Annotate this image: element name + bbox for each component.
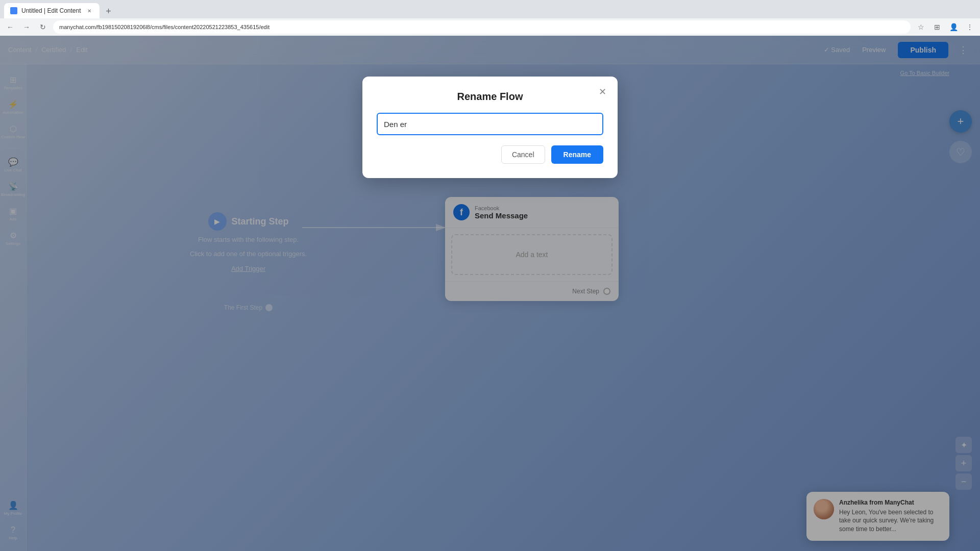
modal-overlay: ✕ Rename Flow Cancel Rename xyxy=(0,36,980,551)
url-text: manychat.com/fb19815020819206l8/cms/file… xyxy=(59,24,270,30)
browser-chrome: Untitled | Edit Content ✕ + ← → ↻ manych… xyxy=(0,0,980,36)
app-container: Content / Certified / Edit ✓ Saved Previ… xyxy=(0,36,980,551)
back-button[interactable]: ← xyxy=(4,21,16,33)
new-tab-button[interactable]: + xyxy=(102,4,116,18)
rename-flow-dialog: ✕ Rename Flow Cancel Rename xyxy=(362,77,618,178)
modal-title: Rename Flow xyxy=(377,91,603,103)
browser-toolbar: ← → ↻ manychat.com/fb19815020819206l8/cm… xyxy=(0,18,980,36)
tab-favicon xyxy=(10,7,17,14)
extensions-button[interactable]: ⊞ xyxy=(931,21,943,33)
cancel-button[interactable]: Cancel xyxy=(501,145,545,164)
forward-button[interactable]: → xyxy=(20,21,33,33)
tab-title: Untitled | Edit Content xyxy=(21,7,81,14)
bookmark-button[interactable]: ☆ xyxy=(915,21,927,33)
modal-close-button[interactable]: ✕ xyxy=(595,85,609,99)
menu-button[interactable]: ⋮ xyxy=(964,21,976,33)
active-tab[interactable]: Untitled | Edit Content ✕ xyxy=(4,3,100,18)
tab-close-button[interactable]: ✕ xyxy=(85,7,93,15)
reload-button[interactable]: ↻ xyxy=(37,21,49,33)
rename-flow-input[interactable] xyxy=(377,113,603,135)
rename-button[interactable]: Rename xyxy=(551,145,603,164)
address-bar[interactable]: manychat.com/fb19815020819206l8/cms/file… xyxy=(53,20,911,34)
browser-tabs: Untitled | Edit Content ✕ + xyxy=(0,0,980,18)
profile-button[interactable]: 👤 xyxy=(947,21,960,33)
modal-buttons: Cancel Rename xyxy=(377,145,603,164)
